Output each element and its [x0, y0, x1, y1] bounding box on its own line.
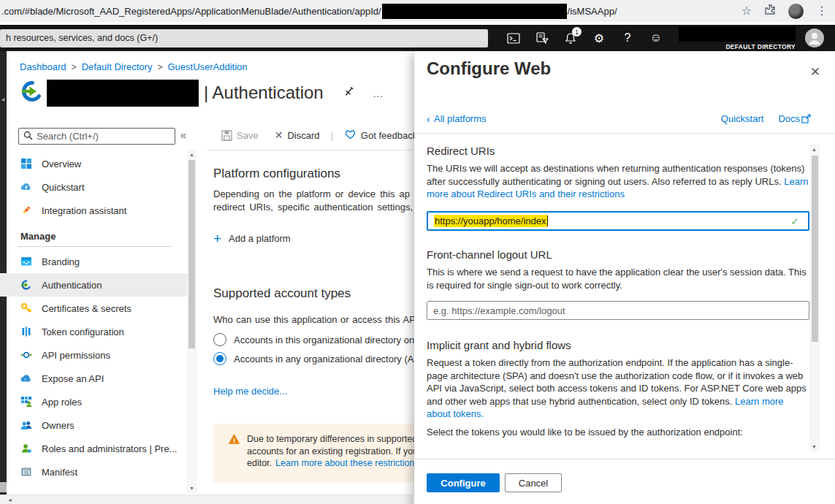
menu-scroll-piece[interactable] [0, 482, 7, 492]
feedback-button[interactable]: Got feedback [344, 129, 417, 142]
select-tokens-text: Select the tokens you would like to be i… [427, 426, 809, 439]
discard-label: Discard [287, 130, 319, 141]
help-me-decide-link[interactable]: Help me decide... [213, 386, 287, 397]
notifications-bell-icon[interactable]: 1 [564, 31, 577, 45]
scroll-up-icon[interactable]: ▲ [809, 145, 819, 154]
global-search-input[interactable] [0, 29, 488, 47]
menu-resize-arrow-icon[interactable]: ◄ [0, 96, 6, 103]
browser-profile-avatar[interactable] [788, 4, 804, 19]
manifest-icon: { } [20, 466, 32, 478]
sidebar-item-app-roles[interactable]: App roles [0, 390, 187, 413]
panel-scrollbar[interactable]: ▲ ▼ [809, 145, 820, 451]
front-channel-logout-body: This is where we send a request to have … [427, 266, 809, 291]
breadcrumb-chevron-icon: > [72, 62, 77, 72]
help-icon[interactable]: ? [621, 31, 634, 45]
redirect-uri-input[interactable]: https://youapp/home/index ✓ [427, 211, 809, 231]
scroll-down-icon[interactable]: ▼ [187, 484, 197, 493]
save-button[interactable]: Save [221, 130, 259, 141]
azure-top-bar: 1 ⚙ ? ☺ DEFAULT DIRECTORY [0, 25, 835, 51]
browser-menu-kebab-icon[interactable]: ⋮ [816, 5, 828, 17]
platform-configurations-heading: Platform configurations [213, 167, 340, 181]
sidebar-item-label: API permissions [42, 350, 110, 361]
sidebar-item-quickstart[interactable]: Quickstart [0, 175, 187, 199]
sidebar-item-expose-an-api[interactable]: Expose an API [0, 367, 187, 390]
sidebar-item-integration-assistant[interactable]: Integration assistant [0, 199, 187, 222]
sidebar-item-api-permissions[interactable]: API permissions [0, 343, 187, 367]
quickstart-cloud-icon [20, 181, 32, 193]
horizontal-scrollbar[interactable]: ◄ [0, 495, 413, 504]
owners-people-icon [20, 419, 32, 431]
all-platforms-back-link[interactable]: ‹ All platforms [427, 113, 487, 124]
discard-x-icon: ✕ [275, 129, 283, 141]
account-info[interactable]: DEFAULT DIRECTORY [679, 26, 796, 50]
logout-url-input[interactable] [427, 301, 809, 320]
sidebar-item-manifest[interactable]: { } Manifest [0, 460, 187, 484]
radio-single-tenant[interactable]: Accounts in this organizational director… [213, 333, 414, 346]
feedback-smiley-icon[interactable]: ☺ [649, 31, 663, 45]
sidebar-item-label: Integration assistant [42, 205, 126, 216]
radio-multitenant[interactable]: Accounts in any organizational directory… [213, 352, 413, 365]
breadcrumb-default-directory[interactable]: Default Directory [82, 61, 153, 72]
pin-icon[interactable] [343, 85, 355, 101]
radio-label: Accounts in this organizational director… [234, 335, 414, 345]
cloud-shell-icon[interactable] [507, 31, 520, 45]
scroll-up-icon[interactable]: ▲ [187, 150, 197, 159]
radio-checked-icon[interactable] [213, 352, 226, 365]
panel-divider [414, 133, 835, 134]
toolbar-separator: | [330, 130, 332, 141]
platform-body-line2: redirect URIs, specific authentication s… [213, 202, 422, 213]
sidebar-manage-header: Manage [20, 231, 56, 242]
front-channel-logout-heading: Front-channel logout URL [427, 248, 552, 261]
more-options-icon[interactable]: … [373, 87, 384, 99]
discard-button[interactable]: ✕ Discard [275, 129, 320, 141]
sidebar-item-branding[interactable]: Branding [0, 250, 187, 273]
cancel-button[interactable]: Cancel [505, 473, 562, 492]
bookmark-star-icon[interactable]: ☆ [741, 5, 752, 17]
page-title: | Authentication [204, 83, 324, 103]
add-platform-button[interactable]: + Add a platform [213, 232, 291, 245]
warning-triangle-icon: ! [228, 433, 240, 482]
sidebar-item-overview[interactable]: Overview [0, 152, 187, 175]
url-text-prefix[interactable]: .com/#blade/Microsoft_AAD_RegisteredApps… [1, 6, 381, 17]
close-icon[interactable]: ✕ [810, 64, 820, 80]
sidebar-item-label: App roles [42, 397, 82, 408]
account-avatar[interactable] [805, 28, 824, 47]
collapse-menu-button[interactable]: « [180, 129, 186, 141]
extensions-puzzle-icon[interactable] [764, 4, 776, 18]
sidebar-item-owners[interactable]: Owners [0, 413, 187, 437]
blade-search-input[interactable] [37, 131, 157, 142]
configure-button[interactable]: Configure [427, 473, 500, 492]
url-text-suffix[interactable]: /isMSAApp/ [568, 6, 617, 17]
scrollbar-thumb[interactable] [188, 160, 195, 348]
sidebar-item-roles-administrators[interactable]: Roles and administrators | Pre... [0, 437, 187, 460]
breadcrumb-dashboard[interactable]: Dashboard [20, 61, 66, 72]
sidebar-manage-section: Branding Authentication Certificates & s… [0, 250, 187, 484]
api-permissions-icon [20, 349, 32, 361]
sidebar-scrollbar[interactable]: ▲ ▼ [187, 150, 197, 493]
add-platform-label: Add a platform [229, 233, 291, 244]
back-label: All platforms [434, 113, 487, 124]
redirect-uris-heading: Redirect URIs [427, 145, 495, 157]
radio-unchecked-icon[interactable] [213, 333, 226, 346]
docs-link[interactable]: Docs [778, 113, 811, 124]
redacted-account-name [679, 26, 796, 42]
restrictions-link[interactable]: Learn more about these restrictions. [275, 458, 422, 468]
breadcrumb-guestuseraddition[interactable]: GuestUserAddition [167, 61, 247, 72]
app-roles-icon [20, 396, 32, 408]
accounts-question: Who can use this application or access t… [213, 314, 424, 325]
sidebar-item-token-configuration[interactable]: Token configuration [0, 320, 187, 343]
directory-filter-icon[interactable] [535, 31, 549, 45]
scrollbar-thumb[interactable] [812, 156, 818, 342]
sidebar-item-authentication[interactable]: Authentication [0, 273, 187, 297]
redacted-app-name [47, 80, 199, 107]
branding-window-icon [20, 256, 32, 267]
panel-subbar: ‹ All platforms Quickstart Docs [427, 113, 811, 124]
scroll-down-icon[interactable]: ▼ [809, 442, 819, 451]
redacted-app-id [382, 4, 567, 19]
heart-icon [344, 129, 357, 142]
save-label: Save [237, 130, 259, 141]
quickstart-link[interactable]: Quickstart [721, 113, 764, 124]
scroll-left-icon[interactable]: ◄ [7, 497, 12, 503]
settings-gear-icon[interactable]: ⚙ [592, 31, 606, 45]
sidebar-item-certificates-secrets[interactable]: Certificates & secrets [0, 297, 187, 320]
